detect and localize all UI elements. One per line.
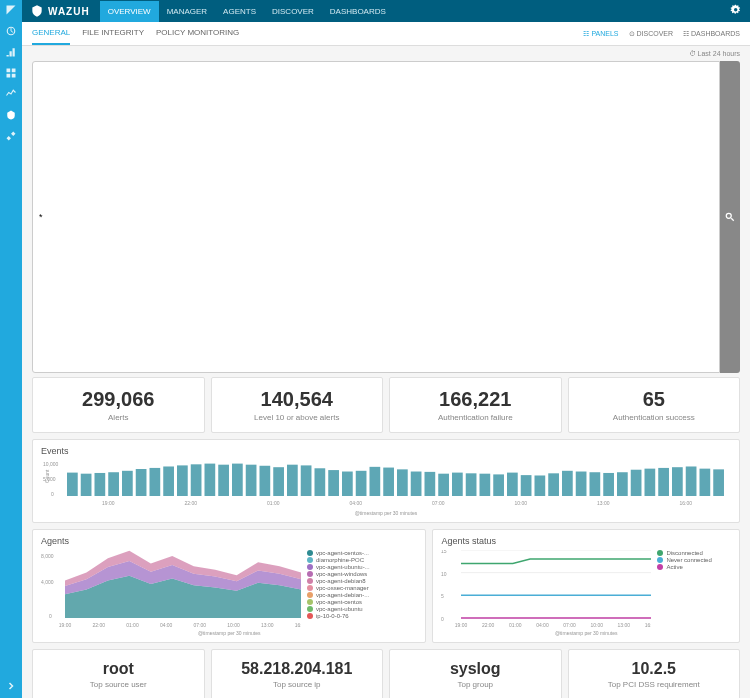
svg-rect-48: [590, 472, 601, 496]
svg-rect-37: [438, 473, 449, 495]
tab-file-integrity[interactable]: FILE INTEGRITY: [82, 22, 144, 45]
legend-item[interactable]: vpc-ossec-manager: [307, 585, 370, 591]
svg-text:22:00: 22:00: [92, 622, 105, 628]
svg-text:04:00: 04:00: [349, 500, 362, 506]
svg-text:Count: Count: [44, 469, 50, 483]
legend-item[interactable]: vpc-agent-ubuntu: [307, 606, 370, 612]
dashboard-icon[interactable]: [5, 67, 17, 79]
svg-rect-2: [12, 69, 16, 73]
legend-item[interactable]: vpc-agent-centos-...: [307, 550, 370, 556]
svg-text:13:00: 13:00: [618, 622, 631, 628]
view-discover[interactable]: ⊙ DISCOVER: [629, 30, 674, 38]
brand-logo: WAZUH: [30, 4, 90, 18]
wazuh-shield-icon: [30, 4, 44, 18]
svg-text:19:00: 19:00: [59, 622, 72, 628]
legend-item[interactable]: Active: [657, 564, 711, 570]
search-input[interactable]: [32, 61, 720, 373]
legend-item[interactable]: vpc-agent-ubuntu-...: [307, 564, 370, 570]
svg-rect-39: [466, 473, 477, 496]
discover-icon[interactable]: [5, 25, 17, 37]
nav-discover[interactable]: DISCOVER: [264, 1, 322, 22]
svg-rect-36: [425, 471, 436, 495]
collapse-icon[interactable]: [5, 680, 17, 692]
agents-chart: 8,0004,000019:0022:0001:0004:0007:0010:0…: [41, 550, 301, 628]
svg-rect-55: [686, 466, 697, 496]
svg-text:19:00: 19:00: [455, 622, 468, 628]
svg-rect-15: [136, 469, 147, 496]
nav-agents[interactable]: AGENTS: [215, 1, 264, 22]
svg-rect-45: [548, 473, 559, 496]
kpi-level10: 140,564Level 10 or above alerts: [211, 377, 384, 433]
svg-text:16:00: 16:00: [679, 500, 692, 506]
svg-rect-17: [163, 466, 174, 496]
legend-item[interactable]: vpc-agent-debian8: [307, 578, 370, 584]
nav-dashboards[interactable]: DASHBOARDS: [322, 1, 394, 22]
legend-item[interactable]: Disconnected: [657, 550, 711, 556]
visualize-icon[interactable]: [5, 46, 17, 58]
svg-rect-23: [246, 464, 257, 495]
nav-overview[interactable]: OVERVIEW: [100, 1, 159, 22]
svg-text:10: 10: [441, 570, 447, 576]
svg-rect-57: [713, 469, 724, 496]
sub-tabs: GENERAL FILE INTEGRITY POLICY MONITORING: [32, 22, 239, 45]
svg-rect-49: [603, 472, 614, 495]
info-user: rootTop source user: [32, 649, 205, 699]
svg-rect-42: [507, 472, 518, 495]
svg-text:01:00: 01:00: [126, 622, 139, 628]
events-title: Events: [41, 446, 731, 456]
svg-text:07:00: 07:00: [432, 500, 445, 506]
svg-rect-3: [7, 74, 11, 78]
svg-rect-12: [95, 472, 106, 495]
svg-text:16:00: 16:00: [295, 622, 301, 628]
svg-text:07:00: 07:00: [194, 622, 207, 628]
kibana-logo-icon[interactable]: [5, 4, 17, 16]
legend-item[interactable]: vpc-agent-centos: [307, 599, 370, 605]
agents-status-legend: DisconnectedNever connectedActive: [657, 550, 711, 628]
svg-rect-21: [218, 464, 229, 495]
tab-general[interactable]: GENERAL: [32, 22, 70, 45]
kpi-alerts: 299,066Alerts: [32, 377, 205, 433]
view-panels[interactable]: ☷ PANELS: [583, 30, 618, 38]
legend-item[interactable]: vpc-agent-windows: [307, 571, 370, 577]
svg-text:10:00: 10:00: [591, 622, 604, 628]
svg-rect-25: [273, 467, 284, 496]
svg-text:10:00: 10:00: [227, 622, 240, 628]
svg-text:13:00: 13:00: [597, 500, 610, 506]
svg-rect-20: [205, 463, 216, 495]
svg-text:8,000: 8,000: [41, 553, 54, 559]
svg-text:04:00: 04:00: [160, 622, 173, 628]
tab-policy-monitoring[interactable]: POLICY MONITORING: [156, 22, 239, 45]
agents-title: Agents: [41, 536, 417, 546]
svg-text:19:00: 19:00: [102, 500, 115, 506]
svg-text:22:00: 22:00: [184, 500, 197, 506]
devtools-icon[interactable]: [5, 130, 17, 142]
legend-item[interactable]: ip-10-0-0-76: [307, 613, 370, 619]
info-ip: 58.218.204.181Top source ip: [211, 649, 384, 699]
svg-rect-47: [576, 471, 587, 495]
svg-rect-18: [177, 465, 188, 496]
top-nav: OVERVIEW MANAGER AGENTS DISCOVER DASHBOA…: [100, 1, 394, 22]
svg-rect-43: [521, 475, 532, 496]
search-button[interactable]: [720, 61, 740, 373]
legend-item[interactable]: diamorphine-POC: [307, 557, 370, 563]
svg-rect-33: [383, 467, 394, 495]
legend-item[interactable]: Never connected: [657, 557, 711, 563]
time-range[interactable]: ⏱ Last 24 hours: [689, 50, 740, 57]
svg-text:10:00: 10:00: [514, 500, 527, 506]
legend-item[interactable]: vpc-agent-debian-...: [307, 592, 370, 598]
nav-manager[interactable]: MANAGER: [159, 1, 215, 22]
info-row: rootTop source user 58.218.204.181Top so…: [32, 649, 740, 699]
svg-rect-35: [411, 471, 422, 495]
svg-rect-53: [658, 467, 669, 495]
svg-text:07:00: 07:00: [564, 622, 577, 628]
svg-text:15: 15: [441, 550, 447, 554]
events-chart: 10,0005,0000Count19:0022:0001:0004:0007:…: [41, 460, 731, 506]
timelion-icon[interactable]: [5, 88, 17, 100]
gear-icon[interactable]: [730, 4, 742, 18]
svg-rect-30: [342, 471, 353, 495]
svg-rect-41: [493, 474, 504, 496]
svg-rect-1: [7, 69, 11, 73]
view-dashboards[interactable]: ☷ DASHBOARDS: [683, 30, 740, 38]
svg-rect-4: [12, 74, 16, 78]
wazuh-app-icon[interactable]: [5, 109, 17, 121]
